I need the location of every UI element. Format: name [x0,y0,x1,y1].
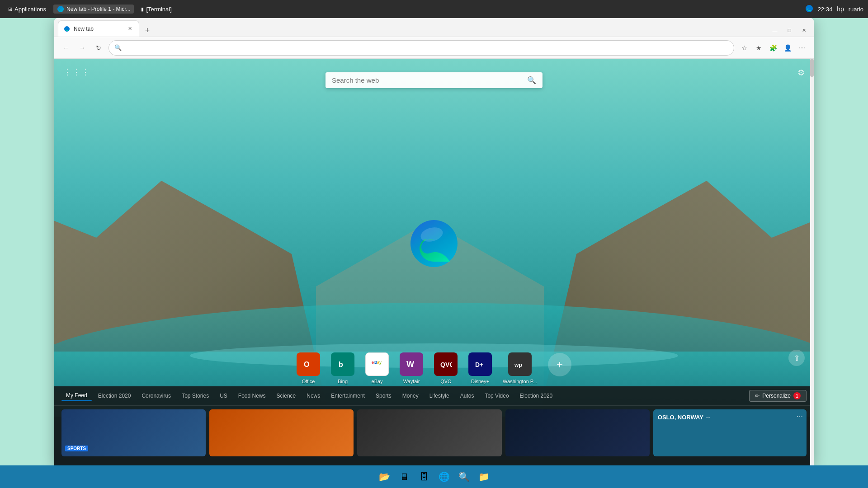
news-card-vr[interactable] [505,409,650,456]
customize-grid-button[interactable]: ⋮⋮⋮ [63,68,90,76]
applications-button[interactable]: ⊞ Applications [5,5,50,14]
edge-logo [407,219,461,273]
back-button[interactable]: ← [60,42,72,54]
office-icon: O [297,352,320,376]
os-top-taskbar: ⊞ Applications New tab - Profile [0,0,868,18]
quick-link-disney[interactable]: D+ Disney+ [468,352,492,384]
svg-text:O: O [304,361,309,368]
news-tab-entertainment[interactable]: Entertainment [326,391,369,401]
taskbar-search[interactable]: 🔍 [455,468,473,486]
scrollbar[interactable] [810,59,814,465]
news-tab-money[interactable]: Money [398,391,423,401]
edge-taskbar-item[interactable]: New tab - Profile 1 - Micr... [53,5,134,14]
minimize-button[interactable]: — [769,26,781,35]
quick-link-office[interactable]: O Office [297,352,320,384]
url-input[interactable] [125,44,728,51]
news-card-tech[interactable] [357,409,501,456]
qvc-label: QVC [440,379,451,384]
search-bar-container: 🔍 [326,72,542,88]
wayfair-icon: W [400,352,423,376]
page-settings-button[interactable]: ⚙ [797,68,805,78]
new-tab-button[interactable]: + [141,24,154,37]
tab-close-button[interactable]: ✕ [126,25,133,33]
svg-point-0 [806,5,813,12]
svg-text:y: y [379,360,382,365]
quick-link-ebay[interactable]: e B a y eBay [365,352,389,384]
news-tab-election-2020[interactable]: Election 2020 [94,391,136,401]
quick-link-wayfair[interactable]: W Wayfair [400,352,423,384]
news-tab-my-feed[interactable]: My Feed [61,390,92,401]
wapo-icon: wp [508,352,532,376]
scrollbar-thumb[interactable] [810,59,814,77]
search-submit-icon[interactable]: 🔍 [527,76,536,84]
news-tab-autos[interactable]: Autos [456,391,479,401]
taskbar-folder-open[interactable]: 📂 [375,468,393,486]
news-card-sports-2[interactable] [209,409,354,456]
tab-favicon [64,26,70,32]
clock: 22:34 [818,6,833,13]
news-card-sports-1[interactable]: SPORTS [61,409,206,456]
terminal-taskbar-item[interactable]: ▮ [Terminal] [137,5,175,14]
news-tab-election-2020-2[interactable]: Election 2020 [515,391,557,401]
quick-link-bing[interactable]: b Bing [331,352,354,384]
taskbar-terminal[interactable]: 🖥 [395,468,413,486]
wapo-label: Washington P... [503,379,537,384]
search-url-icon: 🔍 [114,44,122,51]
os-taskbar-right: 22:34 hp ruario [805,5,863,14]
news-tab-sports[interactable]: Sports [371,391,396,401]
bing-icon: b [331,352,354,376]
news-tab-food-news[interactable]: Food News [234,391,270,401]
forward-button[interactable]: → [76,42,89,54]
news-tab-top-stories[interactable]: Top Stories [177,391,213,401]
disney-icon: D+ [468,352,492,376]
oslo-card-more-button[interactable]: ⋯ [797,413,803,420]
svg-text:e: e [372,360,374,365]
news-tab-science[interactable]: Science [272,391,301,401]
hp-icon: hp [837,5,844,13]
refresh-button[interactable]: ↻ [92,42,105,54]
address-bar: ← → ↻ 🔍 ☆ ★ 🧩 👤 ⋯ [54,37,814,59]
username: ruario [849,6,863,13]
browser-window: New tab ✕ + — □ ✕ ← → ↻ 🔍 ☆ ★ 🧩 👤 ⋯ [54,18,814,465]
more-options-icon[interactable]: ⋯ [796,42,808,54]
news-card-oslo[interactable]: OSLO, NORWAY → ⋯ [653,409,807,456]
search-bar[interactable]: 🔍 [326,72,542,88]
search-input[interactable] [332,76,523,84]
news-tab-news[interactable]: News [302,391,325,401]
news-tab-lifestyle[interactable]: Lifestyle [425,391,454,401]
news-cards: SPORTS OSLO, NORWAY → ⋯ [54,406,814,460]
extensions-icon[interactable]: 🧩 [767,42,779,54]
svg-point-1 [64,26,70,32]
maximize-button[interactable]: □ [783,26,796,35]
quick-links: O Office b Bing e B [297,352,571,384]
quick-link-wapo[interactable]: wp Washington P... [503,352,537,384]
edge-logo-svg [407,219,461,273]
sports-tag: SPORTS [65,446,88,451]
svg-text:wp: wp [514,362,522,368]
taskbar-file-manager[interactable]: 🗄 [415,468,433,486]
taskbar-network[interactable]: 🌐 [435,468,453,486]
personalize-button[interactable]: ✏ Personalize 1 [749,390,807,402]
edge-indicator [805,5,813,14]
os-bottom-taskbar: 📂 🖥 🗄 🌐 🔍 📁 [0,465,868,488]
svg-text:D+: D+ [475,361,483,368]
collections-icon[interactable]: ★ [752,42,765,54]
add-site-button[interactable]: + [548,360,571,376]
quick-link-qvc[interactable]: QVC QVC [434,352,458,384]
scroll-up-button[interactable]: ⇧ [788,350,805,366]
favorites-star-icon[interactable]: ☆ [738,42,750,54]
news-tab-us[interactable]: US [215,391,232,401]
url-bar[interactable]: 🔍 [108,40,734,56]
svg-text:b: b [339,361,343,368]
news-tab-top-video[interactable]: Top Video [480,391,513,401]
profile-icon[interactable]: 👤 [781,42,794,54]
notification-badge: 1 [793,392,801,399]
pencil-icon: ✏ [755,393,760,399]
active-tab[interactable]: New tab ✕ [58,20,139,37]
close-button[interactable]: ✕ [797,26,810,35]
news-tab-coronavirus[interactable]: Coronavirus [137,391,175,401]
svg-text:QVC: QVC [440,361,452,368]
office-label: Office [302,379,315,384]
taskbar-folder[interactable]: 📁 [475,468,493,486]
news-tabs: My Feed Election 2020 Coronavirus Top St… [54,386,814,406]
